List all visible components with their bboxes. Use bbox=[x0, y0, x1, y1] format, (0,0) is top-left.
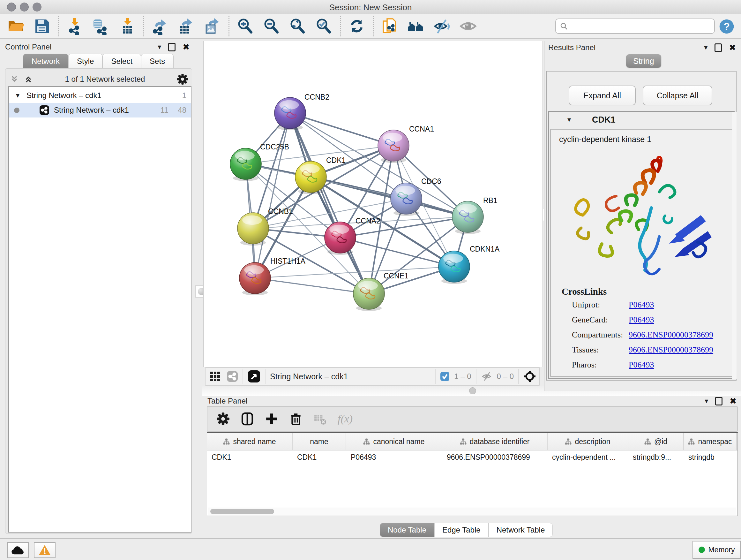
network-node[interactable] bbox=[230, 148, 261, 181]
birds-eye-view-icon[interactable] bbox=[248, 370, 260, 383]
results-panel-close-icon[interactable]: ✖ bbox=[729, 43, 736, 53]
tab-sets[interactable]: Sets bbox=[141, 54, 174, 69]
results-panel-float-icon[interactable] bbox=[715, 44, 722, 52]
cloud-button[interactable] bbox=[7, 542, 29, 558]
collapse-all-button[interactable]: Collapse All bbox=[643, 85, 712, 105]
network-node[interactable] bbox=[239, 262, 271, 295]
results-scrollbar[interactable] bbox=[732, 112, 737, 379]
memory-button[interactable]: Memory bbox=[692, 541, 741, 559]
network-node[interactable] bbox=[238, 212, 269, 246]
help-icon[interactable]: ? bbox=[719, 18, 735, 35]
save-session-icon[interactable] bbox=[33, 17, 51, 35]
table-cell[interactable]: stringdb:9... bbox=[628, 453, 684, 462]
node-label: CDC25B bbox=[260, 143, 289, 151]
zoom-fit-icon[interactable] bbox=[289, 17, 307, 35]
tab-style[interactable]: Style bbox=[68, 54, 103, 69]
table-row[interactable]: CDK1CDK1P064939606.ENSP00000378699cyclin… bbox=[207, 450, 738, 464]
tab-network[interactable]: Network bbox=[23, 54, 68, 69]
string-network-icon bbox=[39, 105, 50, 115]
tab-edge-table[interactable]: Edge Table bbox=[434, 523, 488, 537]
zoom-out-icon[interactable] bbox=[263, 17, 280, 35]
warnings-button[interactable] bbox=[34, 542, 56, 558]
table-cell[interactable]: cyclin-dependent ... bbox=[548, 453, 628, 462]
cdk1-entry-header[interactable]: ▾ CDK1 bbox=[549, 112, 734, 128]
selected-nodes-checkbox-icon bbox=[440, 372, 450, 381]
column-header[interactable]: database identifier bbox=[442, 433, 548, 450]
network-node[interactable] bbox=[391, 183, 422, 216]
tab-string[interactable]: String bbox=[626, 54, 661, 68]
control-panel-float-icon[interactable] bbox=[168, 43, 176, 51]
crosslink-value-link[interactable]: P06493 bbox=[629, 360, 654, 370]
table-panel-close-icon[interactable]: ✖ bbox=[730, 396, 737, 406]
cdk1-expander-icon[interactable]: ▾ bbox=[567, 116, 571, 124]
network-node[interactable] bbox=[452, 201, 483, 234]
import-table-icon[interactable] bbox=[118, 17, 136, 35]
column-tree-icon bbox=[565, 438, 571, 445]
network-node[interactable] bbox=[378, 130, 409, 163]
search-input[interactable] bbox=[555, 18, 715, 34]
table-options-gear-icon[interactable] bbox=[216, 412, 230, 426]
show-columns-icon[interactable] bbox=[241, 412, 254, 426]
export-image-icon[interactable] bbox=[204, 17, 221, 35]
open-session-icon[interactable] bbox=[7, 17, 25, 35]
import-network-icon[interactable] bbox=[66, 17, 84, 35]
crosslink-value-link[interactable]: 9606.ENSP00000378699 bbox=[629, 330, 713, 340]
control-panel-close-icon[interactable]: ✖ bbox=[183, 42, 190, 52]
fit-selected-crosshair-icon[interactable] bbox=[523, 370, 536, 383]
hide-selected-icon[interactable] bbox=[433, 17, 451, 35]
collection-expander-icon[interactable]: ▾ bbox=[16, 91, 19, 100]
control-panel-header: Control Panel ▾ ✖ bbox=[5, 42, 192, 52]
splitter-dot-icon[interactable] bbox=[469, 387, 476, 394]
export-table-icon[interactable] bbox=[178, 17, 195, 35]
tab-node-table[interactable]: Node Table bbox=[380, 523, 434, 537]
crosslink-value-link[interactable]: P06493 bbox=[629, 300, 654, 310]
network-view-icon[interactable] bbox=[226, 371, 238, 382]
results-panel-menu-icon[interactable]: ▾ bbox=[704, 44, 708, 52]
table-cell[interactable]: stringdb bbox=[684, 453, 737, 462]
table-cell[interactable]: P06493 bbox=[346, 453, 442, 462]
network-node[interactable] bbox=[295, 161, 327, 194]
column-header[interactable]: description bbox=[548, 433, 628, 450]
refresh-icon[interactable] bbox=[348, 17, 366, 35]
collapse-all-chevron-icon[interactable] bbox=[10, 74, 19, 84]
network-options-gear-icon[interactable] bbox=[177, 73, 188, 85]
crosslink-value-link[interactable]: P06493 bbox=[629, 315, 654, 325]
tab-select[interactable]: Select bbox=[103, 54, 141, 69]
add-column-icon[interactable] bbox=[265, 412, 278, 426]
crosslink-value-link[interactable]: 9606.ENSP00000378699 bbox=[629, 345, 713, 355]
table-cell[interactable]: 9606.ENSP00000378699 bbox=[442, 453, 548, 462]
table-cell[interactable]: CDK1 bbox=[293, 453, 346, 462]
network-graph[interactable]: CCNB2CCNA1CDC25BCDK1CDC6RB1CCNB1CCNA2CDK… bbox=[204, 41, 542, 367]
control-panel-menu-icon[interactable]: ▾ bbox=[158, 43, 161, 51]
zoom-in-icon[interactable] bbox=[237, 17, 254, 35]
grid-view-icon[interactable] bbox=[209, 371, 221, 382]
expand-all-button[interactable]: Expand All bbox=[569, 85, 636, 105]
column-header[interactable]: name bbox=[293, 433, 346, 450]
network-node[interactable] bbox=[353, 278, 385, 311]
network-canvas[interactable]: CCNB2CCNA1CDC25BCDK1CDC6RB1CCNB1CCNA2CDK… bbox=[203, 41, 543, 367]
column-header[interactable]: @id bbox=[628, 433, 684, 450]
network-collection-row[interactable]: ▾ String Network – cdk1 1 bbox=[9, 87, 191, 103]
copy-network-icon[interactable] bbox=[381, 17, 399, 35]
column-header-label: shared name bbox=[233, 437, 276, 446]
column-header[interactable]: shared name bbox=[207, 433, 293, 450]
export-network-icon[interactable] bbox=[151, 17, 169, 35]
expand-all-chevron-icon[interactable] bbox=[23, 74, 33, 84]
column-header[interactable]: canonical name bbox=[346, 433, 442, 450]
tab-network-table[interactable]: Network Table bbox=[488, 523, 553, 537]
table-panel-float-icon[interactable] bbox=[715, 397, 723, 406]
network-row[interactable]: String Network – cdk1 11 48 bbox=[9, 103, 191, 118]
scrollbar-thumb[interactable] bbox=[210, 509, 274, 514]
delete-column-icon[interactable] bbox=[289, 412, 302, 426]
table-horizontal-scrollbar[interactable] bbox=[208, 508, 736, 515]
delete-table-icon bbox=[313, 412, 327, 426]
column-header[interactable]: namespac bbox=[684, 433, 737, 450]
network-node[interactable] bbox=[439, 251, 470, 284]
zoom-selected-icon[interactable] bbox=[315, 17, 333, 35]
network-node[interactable] bbox=[325, 222, 356, 255]
table-panel-menu-icon[interactable]: ▾ bbox=[704, 397, 708, 405]
import-network-from-database-icon[interactable] bbox=[92, 17, 110, 35]
protein-structure-image bbox=[563, 153, 720, 281]
table-cell[interactable]: CDK1 bbox=[207, 453, 293, 462]
home-icon[interactable] bbox=[407, 17, 425, 35]
